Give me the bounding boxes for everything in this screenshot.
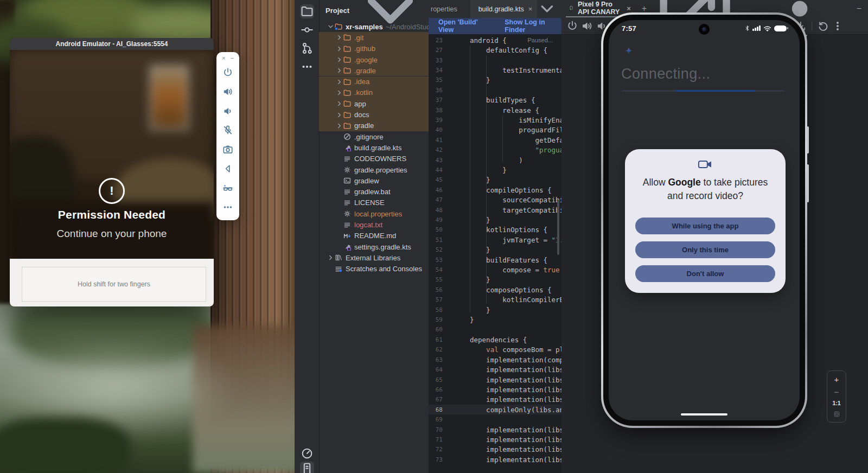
code-line-41[interactable]: 41 getDefaultPr xyxy=(429,135,561,145)
tree-item-gradle-properties[interactable]: gradle.properties xyxy=(319,164,429,175)
code-lines[interactable]: 23android {Paused...27 defaultConfig {33… xyxy=(429,35,561,464)
chevron-right-icon[interactable] xyxy=(335,111,343,119)
tree-item-readme-md[interactable]: README.md xyxy=(319,231,429,241)
tab-build-gradle-kts[interactable]: build.gradle.kts × xyxy=(470,0,538,18)
tree-item-app[interactable]: app xyxy=(319,98,429,109)
tab-list-chevron-icon[interactable] xyxy=(537,0,557,18)
chevron-right-icon[interactable] xyxy=(335,45,343,53)
code-line-23[interactable]: 23android {Paused... xyxy=(429,35,561,45)
code-line-40[interactable]: 40 proguardFiles( xyxy=(429,125,561,135)
code-editor[interactable]: roperties build.gradle.kts × Open 'Build… xyxy=(429,0,561,473)
tree-item-github[interactable]: .github xyxy=(319,43,429,54)
tree-item-idea[interactable]: .idea xyxy=(319,76,429,87)
code-line-68[interactable]: 68 compileOnly(libs.android xyxy=(429,405,561,414)
code-line-53[interactable]: 53 buildFeatures { xyxy=(429,255,561,265)
tree-item-gradle[interactable]: .gradle xyxy=(319,65,429,76)
tree-item-kotlin[interactable]: .kotlin xyxy=(319,87,429,98)
code-line-61[interactable]: 61dependencies { xyxy=(429,335,561,344)
code-line-67[interactable]: 67 implementation(libs.kotl xyxy=(429,395,561,405)
code-line-70[interactable]: 70 implementation(libs.mate xyxy=(429,425,561,434)
permission-button-don-t-allow[interactable]: Don't allow xyxy=(635,265,775,282)
permission-button-while-using-the-app[interactable]: While using the app xyxy=(635,218,775,234)
tab-gradle-properties[interactable]: roperties xyxy=(429,0,463,18)
chevron-right-icon[interactable] xyxy=(335,67,343,74)
chevron-right-icon[interactable] xyxy=(335,89,343,97)
code-line-57[interactable]: 57 kotlinCompilerExtens xyxy=(429,295,561,305)
more-v-icon[interactable] xyxy=(831,20,844,33)
tree-item-settings-gradle-kts[interactable]: settings.gradle.kts xyxy=(319,241,429,252)
back-icon[interactable] xyxy=(222,163,234,175)
tree-item-google[interactable]: .google xyxy=(319,54,429,65)
device-tab-close-icon[interactable]: × xyxy=(627,4,631,12)
strip-project-icon[interactable] xyxy=(300,4,314,18)
tree-item-docs[interactable]: docs xyxy=(319,109,429,120)
code-line-73[interactable]: 73 implementation(libs.andr xyxy=(429,455,561,464)
toolbar-minimize-button[interactable]: − xyxy=(231,55,234,61)
tree-item-git[interactable]: .git xyxy=(319,32,429,43)
tree-item-gradlew-bat[interactable]: gradlew.bat xyxy=(319,187,429,197)
code-line-51[interactable]: 51 jvmTarget = "1.8" xyxy=(429,235,561,245)
editor-scrollbar[interactable] xyxy=(557,200,559,255)
code-line-54[interactable]: 54 compose = true xyxy=(429,265,561,274)
code-line-72[interactable]: 72 implementation(libs.andr xyxy=(429,445,561,455)
open-build-view-link[interactable]: Open 'Build' View xyxy=(438,18,489,34)
code-line-43[interactable]: 43 ) xyxy=(429,155,561,165)
chevron-right-icon[interactable] xyxy=(335,122,343,130)
code-line-45[interactable]: 45 } xyxy=(429,175,561,185)
tree-item-build-gradle-kts[interactable]: build.gradle.kts xyxy=(319,142,429,153)
hide-panel-icon[interactable]: − xyxy=(857,4,861,14)
code-line-60[interactable]: 60 xyxy=(429,325,561,335)
code-line-52[interactable]: 52 } xyxy=(429,245,561,255)
code-line-48[interactable]: 48 targetCompatibility xyxy=(429,205,561,215)
code-line-50[interactable]: 50 kotlinOptions { xyxy=(429,225,561,235)
phone-screen[interactable]: 7:57 Connecting... xyxy=(609,20,800,420)
chevron-right-icon[interactable] xyxy=(335,100,343,107)
code-line-71[interactable]: 71 implementation(libs.andr xyxy=(429,434,561,444)
strip-commit-icon[interactable] xyxy=(300,23,314,37)
code-line-66[interactable]: 66 implementation(libs.andr xyxy=(429,385,561,394)
volume-up-icon[interactable] xyxy=(580,20,593,33)
strip-logcat-device-icon[interactable] xyxy=(300,462,314,473)
tree-item-external-libraries[interactable]: External Libraries xyxy=(319,252,429,263)
tree-item-gitignore[interactable]: .gitignore xyxy=(319,131,429,142)
code-line-39[interactable]: 39 isMinifyEnabled xyxy=(429,115,561,125)
more-h-icon[interactable] xyxy=(222,201,234,213)
glasses-window-title[interactable]: Android Emulator - AI_Glasses:5554 xyxy=(10,38,214,50)
strip-profiler-icon[interactable] xyxy=(300,446,314,461)
code-line-33[interactable]: 33 xyxy=(429,55,561,65)
glasses-icon[interactable] xyxy=(222,182,234,194)
code-line-63[interactable]: 63 implementation(composeBo xyxy=(429,355,561,365)
tree-item-license[interactable]: LICENSE xyxy=(319,197,429,208)
power-icon[interactable] xyxy=(566,20,579,33)
home-indicator[interactable] xyxy=(681,413,727,416)
zoom-scale-label[interactable]: 1:1 xyxy=(832,400,840,406)
code-line-37[interactable]: 37 buildTypes { xyxy=(429,95,561,105)
snapshots-icon[interactable] xyxy=(816,20,829,33)
code-line-56[interactable]: 56 composeOptions { xyxy=(429,285,561,295)
code-line-35[interactable]: 35 } xyxy=(429,75,561,85)
toolbar-close-button[interactable]: × xyxy=(222,55,225,61)
tab-close-icon[interactable]: × xyxy=(528,5,533,13)
show-log-in-finder-link[interactable]: Show Log in Finder xyxy=(505,18,561,34)
code-line-46[interactable]: 46 compileOptions { xyxy=(429,185,561,195)
code-line-36[interactable]: 36 xyxy=(429,85,561,95)
code-line-34[interactable]: 34 testInstrumentationR xyxy=(429,65,561,75)
code-line-38[interactable]: 38 release { xyxy=(429,105,561,115)
code-line-59[interactable]: 59} xyxy=(429,315,561,324)
code-line-27[interactable]: 27 defaultConfig { xyxy=(429,45,561,55)
camera-icon[interactable] xyxy=(222,144,234,156)
tree-item-gradlew[interactable]: gradlew xyxy=(319,175,429,186)
chevron-right-icon[interactable] xyxy=(335,56,343,63)
code-line-69[interactable]: 69 xyxy=(429,414,561,424)
volume-up-icon[interactable] xyxy=(222,86,234,98)
code-line-49[interactable]: 49 } xyxy=(429,215,561,225)
chevron-right-icon[interactable] xyxy=(335,34,343,41)
zoom-in-button[interactable]: + xyxy=(834,375,839,383)
strip-more-h-icon[interactable] xyxy=(300,60,314,74)
code-line-58[interactable]: 58 } xyxy=(429,305,561,315)
glasses-emulator-screen[interactable]: ! Permission Needed Continue on your pho… xyxy=(10,50,214,259)
code-line-64[interactable]: 64 implementation(libs.andr xyxy=(429,365,561,374)
power-icon[interactable] xyxy=(222,67,234,79)
tree-item-local-properties[interactable]: local.properties xyxy=(319,208,429,219)
permission-button-only-this-time[interactable]: Only this time xyxy=(635,241,775,258)
